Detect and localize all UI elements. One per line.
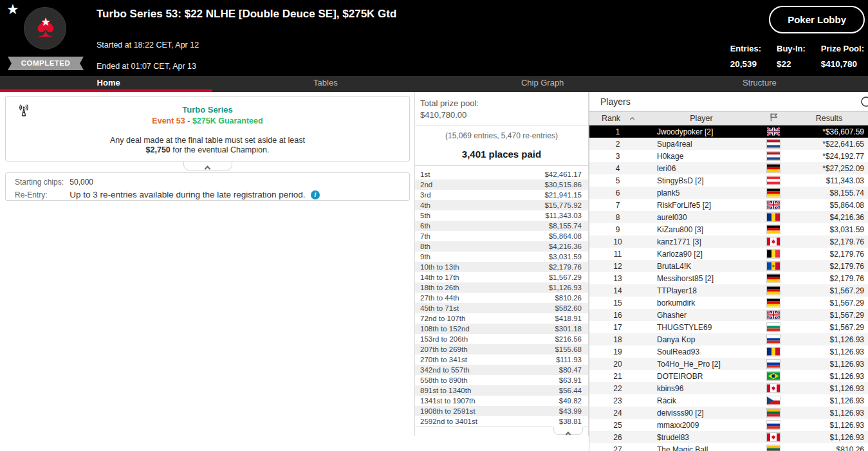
poker-lobby-button[interactable]: Poker Lobby xyxy=(769,6,865,33)
payout-amount: $8,155.74 xyxy=(549,221,588,231)
payout-amount: $11,343.03 xyxy=(545,210,588,221)
player-row[interactable]: 24deivisss90 [2]$1,126.93 xyxy=(589,407,868,419)
player-row[interactable]: 11Karloza90 [2]$2,179.76 xyxy=(589,248,868,260)
player-rank: 27 xyxy=(589,445,646,451)
player-name: Karloza90 [2] xyxy=(646,250,757,259)
registration-info-panel: Starting chips: 50,000 Re-Entry: Up to 3… xyxy=(5,172,410,201)
info-icon[interactable] xyxy=(311,190,320,199)
player-rank: 12 xyxy=(589,262,646,271)
player-row[interactable]: 1Jwoodypoker [2]*$36,607.59 xyxy=(589,125,868,138)
player-flag-cell xyxy=(757,323,790,331)
payout-table-bottom-border xyxy=(415,427,588,427)
payout-amount: $2,179.76 xyxy=(549,262,588,272)
player-flag-cell xyxy=(757,372,790,380)
de-flag-icon xyxy=(767,286,780,295)
buyin-label: Buy-In: xyxy=(777,44,806,53)
player-row[interactable]: 13Messihorst85 [2]$2,179.76 xyxy=(589,272,868,284)
lobby-content: Turbo Series Event 53 - $275K Guaranteed… xyxy=(0,92,868,451)
player-rank: 26 xyxy=(589,433,646,442)
player-row[interactable]: 25mmaxx2009$1,126.93 xyxy=(589,419,868,431)
player-row[interactable]: 7RiskForLife5 [2]$5,864.08 xyxy=(589,199,868,211)
payout-row: 207th to 269th$155.68 xyxy=(415,344,588,354)
player-row[interactable]: 3H0kage*$24,192.77 xyxy=(589,150,868,162)
player-row[interactable]: 5StingyBsD [2]$11,343.03 xyxy=(589,174,868,187)
player-name: TTPlayer18 xyxy=(646,286,757,295)
players-title: Players xyxy=(600,97,631,107)
payout-amount: $80.47 xyxy=(559,365,588,375)
player-rank: 13 xyxy=(589,274,646,283)
pokerstars-logo: ♠ ★ xyxy=(24,7,66,50)
tab-chip-graph[interactable]: Chip Graph xyxy=(434,76,651,92)
player-row[interactable]: 8aurel030$4,216.36 xyxy=(589,211,868,223)
player-result: $4,216.36 xyxy=(790,213,868,222)
collapse-info-panel-button[interactable] xyxy=(183,161,232,170)
player-row[interactable]: 27The Magic Ball$810.26 xyxy=(589,443,868,451)
deal-rule-text: Any deal made at the final table must se… xyxy=(6,136,409,155)
search-icon[interactable] xyxy=(860,96,868,110)
player-row[interactable]: 15borkumdirk$1,567.29 xyxy=(589,297,868,309)
star-icon: ★ xyxy=(24,17,67,28)
payout-place: 45th to 71st xyxy=(415,303,459,313)
tab-structure[interactable]: Structure xyxy=(651,76,868,92)
player-result: $5,864.08 xyxy=(790,201,868,210)
payout-row: 45th to 71st$582.60 xyxy=(415,303,588,313)
results-column-header[interactable]: Results xyxy=(790,114,868,123)
player-row[interactable]: 4leri06*$27,252.09 xyxy=(589,162,868,174)
player-flag-cell xyxy=(757,250,790,258)
payout-place: 1341st to 1907th xyxy=(415,396,476,406)
player-rank: 15 xyxy=(589,299,646,308)
player-result: *$36,607.59 xyxy=(790,127,868,136)
tab-tables[interactable]: Tables xyxy=(217,76,434,92)
player-result: $2,179.76 xyxy=(790,237,868,246)
payout-amount: $216.56 xyxy=(555,334,588,344)
player-row[interactable]: 14TTPlayer18$1,567.29 xyxy=(589,284,868,297)
entries-note: (15,069 entries, 5,470 re-entries) xyxy=(415,125,588,140)
payout-place: 6th xyxy=(415,221,430,231)
player-rank: 1 xyxy=(589,127,646,136)
player-column-header[interactable]: Player xyxy=(646,114,757,123)
player-row[interactable]: 26$trudel83$1,126.93 xyxy=(589,431,868,443)
payout-row: 14th to 17th$1,567.29 xyxy=(415,272,588,282)
starting-chips-label: Starting chips: xyxy=(15,178,68,187)
player-row[interactable]: 23Rácik$1,126.93 xyxy=(589,394,868,407)
player-row[interactable]: 16Ghasher$1,567.29 xyxy=(589,309,868,321)
player-rank: 23 xyxy=(589,396,646,405)
starting-chips-row: Starting chips: 50,000 xyxy=(15,177,409,187)
payout-place: 342nd to 557th xyxy=(415,365,470,375)
rank-column-header[interactable]: Rank xyxy=(589,114,646,123)
player-result: $1,126.93 xyxy=(790,384,868,393)
ru-flag-icon xyxy=(767,421,780,429)
player-flag-cell xyxy=(757,409,790,417)
player-row[interactable]: 21DOTEIROBR$1,126.93 xyxy=(589,370,868,382)
player-row[interactable]: 18Danya Kop$1,126.93 xyxy=(589,333,868,345)
player-result: $8,155.74 xyxy=(790,189,868,198)
payout-place: 558th to 890th xyxy=(415,375,468,385)
payout-amount: $63.91 xyxy=(559,375,588,385)
nl-flag-icon xyxy=(767,152,780,160)
player-name: Messihorst85 [2] xyxy=(646,274,757,283)
entries-summary: (15,069 entries, 5,470 re-entries) 3,401… xyxy=(415,125,588,166)
payout-amount: $30,515.86 xyxy=(544,179,588,190)
player-row[interactable]: 17THUGSTYLE69$1,567.29 xyxy=(589,321,868,333)
player-name: Rácik xyxy=(646,396,757,405)
guarantee-amount: $275K Guaranteed xyxy=(192,116,263,125)
player-name: BrutaL4!K xyxy=(646,262,757,271)
player-name: Ghasher xyxy=(646,311,757,320)
payout-place: 108th to 152nd xyxy=(415,324,470,334)
payout-place: 5th xyxy=(415,210,430,221)
player-row[interactable]: 6plank5$8,155.74 xyxy=(589,187,868,199)
chevron-up-icon xyxy=(205,166,211,172)
deal-line2: for the eventual Champion. xyxy=(171,145,270,154)
collapse-payouts-button[interactable] xyxy=(553,427,583,435)
player-row[interactable]: 12BrutaL4!K$2,179.76 xyxy=(589,260,868,272)
ended-time: Ended at 01:07 CET, Apr 13 xyxy=(97,62,196,71)
player-row[interactable]: 2Supa4real*$22,641.65 xyxy=(589,138,868,150)
player-row[interactable]: 9KiZaru800 [3]$3,031.59 xyxy=(589,223,868,235)
player-row[interactable]: 19SoulRead93$1,126.93 xyxy=(589,345,868,358)
player-flag-cell xyxy=(757,201,790,209)
player-row[interactable]: 20To4Ho_He_Pro [2]$1,126.93 xyxy=(589,358,868,370)
favorite-star-icon[interactable]: ★ xyxy=(6,1,19,18)
player-row[interactable]: 10kanz1771 [3]$2,179.76 xyxy=(589,235,868,248)
player-row[interactable]: 22kbins96$1,126.93 xyxy=(589,382,868,394)
md-flag-icon xyxy=(767,262,780,270)
